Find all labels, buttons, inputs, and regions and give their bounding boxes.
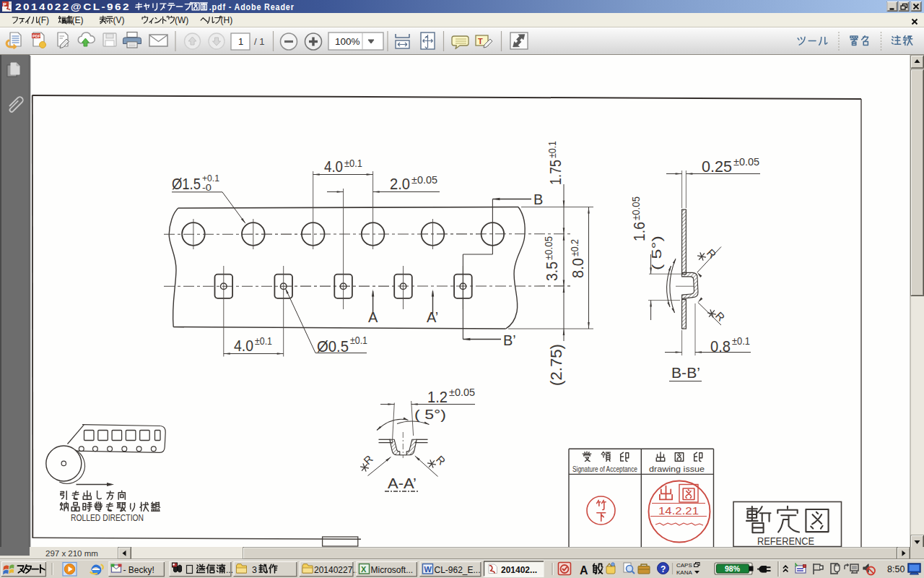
svg-text:±0.2: ±0.2 [569,239,580,256]
svg-text:Signature of Acceptance: Signature of Acceptance [572,465,637,473]
svg-text:- Becky!: - Becky! [123,565,154,575]
svg-text:A-A’: A-A’ [388,475,417,491]
svg-text:P: P [3,1,6,8]
svg-text:±0.05: ±0.05 [630,197,642,220]
svg-text:A: A [368,309,378,325]
svg-text:100%: 100% [335,36,360,47]
svg-text:±0.1: ±0.1 [255,335,272,347]
svg-text:(E): (E) [71,15,83,25]
svg-text:±0.1: ±0.1 [732,335,750,347]
svg-text:±0.1: ±0.1 [546,141,558,158]
svg-text:W: W [424,565,432,574]
svg-text:Microsoft...: Microsoft... [371,565,414,575]
svg-text:2014022@CL-962: 2014022@CL-962 [15,2,131,12]
svg-text:2.0: 2.0 [390,175,410,193]
svg-text:1.6: 1.6 [630,222,648,241]
svg-text:±0.05: ±0.05 [449,387,475,398]
svg-text:.pdf - Adobe Reader: .pdf - Adobe Reader [209,2,295,12]
svg-text:8.0: 8.0 [569,258,587,278]
svg-text:(H): (H) [221,15,233,25]
svg-text:PDF: PDF [32,34,41,38]
svg-text:4.0: 4.0 [324,158,343,176]
svg-text:8:50: 8:50 [887,564,905,574]
svg-text:0.8: 0.8 [710,337,731,355]
svg-text:CL-962_E...: CL-962_E... [435,565,481,575]
svg-text:297 x 210 mm: 297 x 210 mm [45,549,98,558]
svg-text:201402...: 201402... [501,565,537,575]
svg-text:(V): (V) [113,15,124,25]
svg-text:...: ... [226,565,233,575]
svg-text:98%: 98% [725,564,741,573]
svg-text:ROLLED DIRECTION: ROLLED DIRECTION [71,512,144,523]
svg-text:1: 1 [238,36,243,47]
svg-text:±0.05: ±0.05 [411,174,437,186]
svg-text:4.0: 4.0 [234,337,253,355]
svg-text:Ø1.5: Ø1.5 [172,175,201,193]
svg-text:3: 3 [252,565,257,575]
svg-text:1.75: 1.75 [546,160,565,185]
svg-text:(W): (W) [175,15,188,25]
svg-text:drawing issue: drawing issue [649,465,705,473]
svg-text:/ 1: / 1 [254,36,264,47]
svg-text:(F): (F) [38,15,49,25]
svg-text:B-B’: B-B’ [671,365,700,381]
svg-text:T: T [478,37,483,46]
svg-text:KANA: KANA [676,569,692,576]
svg-text:B’: B’ [503,332,516,348]
svg-text:-0: -0 [202,182,212,193]
svg-text:( 5°): ( 5°) [650,236,664,270]
svg-text:B: B [533,191,543,207]
svg-text:?: ? [661,564,666,574]
svg-text:REFERENCE: REFERENCE [757,535,814,547]
svg-text:Ø0.5: Ø0.5 [317,337,349,355]
svg-text:3.5: 3.5 [543,262,561,281]
svg-text:( 5°): ( 5°) [414,407,446,422]
svg-text:A’: A’ [427,309,438,325]
svg-text:±0.05: ±0.05 [543,236,554,260]
svg-text:±0.1: ±0.1 [350,335,367,346]
svg-text:X: X [361,565,367,574]
svg-text:0.25: 0.25 [702,158,732,176]
svg-text:±0.05: ±0.05 [733,156,759,168]
svg-text:14.2.21: 14.2.21 [658,504,699,517]
svg-text:CAPS: CAPS [676,562,692,569]
svg-text:(2.75): (2.75) [547,344,565,386]
svg-text:A: A [580,564,588,577]
svg-text:±0.1: ±0.1 [344,158,362,169]
svg-text:20140227...: 20140227... [314,565,359,575]
svg-text:1.2: 1.2 [427,388,448,406]
